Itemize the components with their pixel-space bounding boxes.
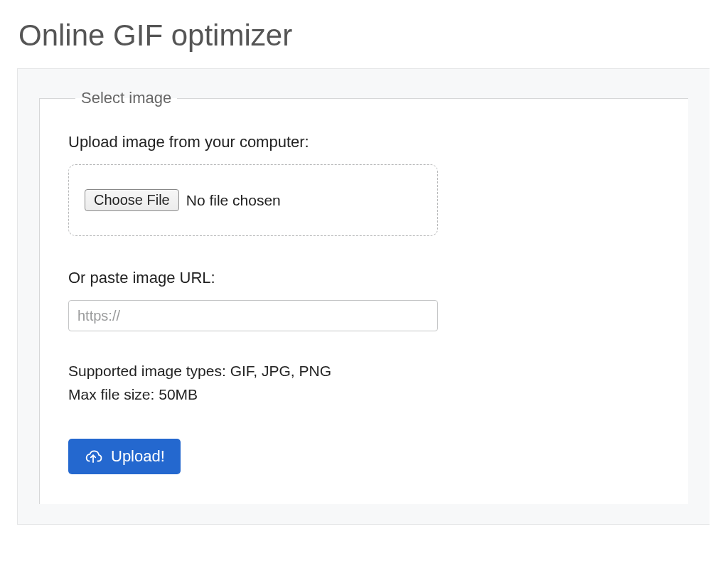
upload-button[interactable]: Upload! bbox=[68, 439, 181, 474]
choose-file-button[interactable]: Choose File bbox=[85, 189, 179, 211]
max-file-size-text: Max file size: 50MB bbox=[68, 383, 660, 407]
file-dropzone[interactable]: Choose File No file chosen bbox=[68, 164, 438, 236]
image-url-input[interactable] bbox=[68, 300, 438, 331]
upload-info: Supported image types: GIF, JPG, PNG Max… bbox=[68, 360, 660, 406]
file-status-text: No file chosen bbox=[186, 192, 281, 209]
form-panel: Select image Upload image from your comp… bbox=[17, 68, 710, 525]
supported-types-text: Supported image types: GIF, JPG, PNG bbox=[68, 360, 660, 383]
cloud-upload-icon bbox=[84, 449, 102, 464]
fieldset-legend: Select image bbox=[75, 89, 177, 107]
page-title: Online GIF optimizer bbox=[18, 18, 710, 53]
paste-url-label: Or paste image URL: bbox=[68, 269, 660, 287]
upload-button-label: Upload! bbox=[111, 447, 165, 466]
upload-from-computer-label: Upload image from your computer: bbox=[68, 133, 660, 151]
select-image-fieldset: Select image Upload image from your comp… bbox=[39, 89, 688, 504]
